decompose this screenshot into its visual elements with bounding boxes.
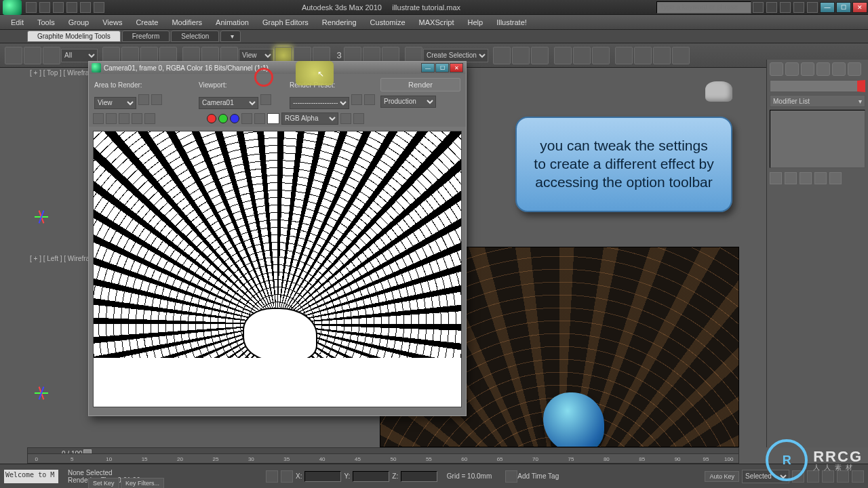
rfw-copy-icon[interactable] [106,113,117,124]
rfw-title-bar[interactable]: Camera01, frame 0, RGBA Color 16 Bits/Ch… [89,62,466,74]
rfw-clear-icon[interactable] [144,113,155,124]
rfw-channel-dropdown[interactable]: RGB Alpha [281,113,338,125]
rfw-alpha-icon[interactable] [241,113,252,124]
viewport-top-label[interactable]: [ + ] [ Top ] [ Wirefra [30,69,89,77]
auto-key-button[interactable]: Auto Key [705,471,739,482]
menu-create[interactable]: Create [129,18,165,26]
lock-selection-icon[interactable] [266,470,278,483]
rfw-overlay-a-icon[interactable] [340,113,351,124]
make-unique-icon[interactable] [800,172,812,184]
rfw-auto-region-icon[interactable] [151,94,162,105]
rfw-mono-icon[interactable] [254,113,265,124]
minimize-button[interactable]: — [820,2,835,13]
viewport-left-label[interactable]: [ + ] [ Left ] [ Wirefra [30,255,90,262]
qa-more-icon[interactable] [94,2,104,13]
configure-sets-icon[interactable] [829,172,842,184]
menu-help[interactable]: Help [461,18,490,26]
modifier-stack[interactable] [770,110,865,168]
menu-modifiers[interactable]: Modifiers [165,18,209,26]
coord-y-field[interactable] [353,471,389,482]
set-key-button[interactable]: Set Key [88,478,119,488]
material-editor-icon[interactable] [592,47,610,64]
menu-customize[interactable]: Customize [363,18,412,26]
maximize-button[interactable]: ☐ [836,2,851,13]
menu-illustrate[interactable]: Illustrate! [490,18,534,26]
curve-editor-icon[interactable] [554,47,572,64]
rfw-close-button[interactable]: ✕ [450,63,463,73]
object-name-field[interactable] [770,80,865,92]
remove-modifier-icon[interactable] [814,172,827,184]
rfw-render-button[interactable]: Render [380,78,460,92]
ribbon-tab-expand[interactable]: ▾ [220,30,241,42]
key-filters-button[interactable]: Key Filters... [121,478,164,488]
panel-tab-utilities-icon[interactable] [848,62,861,76]
search-input[interactable] [656,1,751,14]
modifier-list-dropdown[interactable]: Modifier List▾ [770,95,865,107]
comm-icon[interactable] [780,2,791,13]
rfw-edit-region-icon[interactable] [138,94,149,105]
link-icon[interactable] [5,47,22,64]
coord-z-field[interactable] [401,471,437,482]
add-time-tag[interactable]: Add Time Tag [517,472,559,480]
align-icon[interactable] [512,47,530,64]
panel-tab-motion-icon[interactable] [816,62,830,76]
menu-graph-editors[interactable]: Graph Editors [256,18,315,26]
panel-tab-hierarchy-icon[interactable] [801,62,814,76]
render-production-icon[interactable] [653,47,671,64]
qa-redo-icon[interactable] [80,2,91,13]
rfw-render-canvas[interactable] [93,131,462,407]
subscription-icon[interactable] [766,2,777,13]
named-selection[interactable]: Create Selection Se [423,49,488,62]
rfw-maximize-button[interactable]: ☐ [435,63,449,73]
panel-tab-modify-icon[interactable] [785,62,799,76]
ribbon-tab-selection[interactable]: Selection [171,30,219,42]
rfw-clone-icon[interactable] [119,113,130,124]
rfw-preset-dropdown[interactable]: ----------------------- [290,97,349,109]
maxscript-listener[interactable]: Welcome to M [4,470,58,483]
menu-views[interactable]: Views [96,18,129,26]
time-slider[interactable]: 0 / 100 0 5 10 15 20 25 30 35 40 45 50 5… [27,447,739,464]
favorites-icon[interactable] [793,2,804,13]
abs-rel-icon[interactable] [281,470,293,483]
rfw-minimize-button[interactable]: — [421,63,435,73]
ref-coord-system[interactable]: View [239,49,274,62]
close-button[interactable]: ✕ [852,2,867,13]
unlink-icon[interactable] [24,47,41,64]
time-tag-icon[interactable] [505,470,517,483]
rfw-setup-icon[interactable] [364,94,375,105]
menu-animation[interactable]: Animation [209,18,256,26]
qa-new-icon[interactable] [26,2,37,13]
menu-tools[interactable]: Tools [31,18,62,26]
render-setup-icon[interactable] [615,47,633,64]
qa-undo-icon[interactable] [66,2,77,13]
ribbon-tab-graphite[interactable]: Graphite Modeling Tools [27,30,121,42]
pin-stack-icon[interactable] [770,172,782,184]
rfw-red-channel[interactable] [207,114,216,123]
rfw-env-icon[interactable] [351,94,362,105]
show-end-icon[interactable] [785,172,797,184]
menu-edit[interactable]: Edit [4,18,31,26]
coord-x-field[interactable] [304,471,341,482]
infocenter-icon[interactable] [753,2,764,13]
mirror-icon[interactable] [493,47,511,64]
bind-spacewarp-icon[interactable] [43,47,60,64]
menu-rendering[interactable]: Rendering [315,18,363,26]
rfw-save-icon[interactable] [93,113,104,124]
layers-icon[interactable] [531,47,549,64]
render-teapot-icon[interactable] [672,47,690,64]
rfw-green-channel[interactable] [218,114,228,123]
menu-group[interactable]: Group [62,18,96,26]
panel-tab-create-icon[interactable] [770,62,783,76]
rfw-area-dropdown[interactable]: View [94,97,136,109]
help-icon[interactable] [807,2,818,13]
rfw-output-dropdown[interactable]: Production [380,96,436,108]
selection-filter[interactable]: All [61,49,98,62]
rfw-overlay-b-icon[interactable] [353,113,364,124]
rfw-print-icon[interactable] [132,113,142,124]
panel-tab-display-icon[interactable] [832,62,846,76]
qa-open-icon[interactable] [39,2,50,13]
rfw-bg-swatch[interactable] [267,113,279,124]
schematic-view-icon[interactable] [573,47,591,64]
rfw-viewport-dropdown[interactable]: Camera01 [199,97,258,109]
rfw-lock-icon[interactable] [260,94,271,105]
